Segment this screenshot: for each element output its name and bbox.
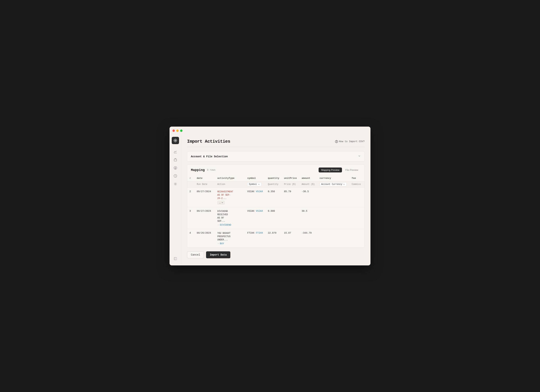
page-title: Import Activities <box>187 139 230 144</box>
help-link[interactable]: How to Import CSV? <box>335 140 365 143</box>
help-link-text: How to Import CSV? <box>339 140 365 143</box>
row4-quantity: 22.879 <box>266 229 282 248</box>
page-header: Import Activities How to Import CSV? <box>187 135 365 147</box>
col-header-fee: fee <box>350 175 365 181</box>
row4-fee <box>350 229 365 248</box>
account-file-section: Account & File Selection <box>187 151 365 161</box>
app-logo <box>172 137 179 144</box>
row-num-4: 4 <box>187 229 195 248</box>
mapping-title: Mapping <box>191 168 205 172</box>
sidebar-item-chart[interactable] <box>172 149 179 155</box>
svg-point-10 <box>175 184 176 184</box>
row2-activity-type: REINVESTMENTAS OF SEP-26-2... ... <box>215 188 245 207</box>
col-header-amount: amount <box>300 175 317 181</box>
table-row: 4 09/26/2024 YOU BOUGHTPROSPECTUSUNDER..… <box>187 229 365 248</box>
column-header-row: # date activityType symbol quantity unit… <box>187 175 365 181</box>
symbol-select[interactable]: Symbol <box>247 182 261 186</box>
row3-quantity: 0.000 <box>266 207 282 229</box>
row4-symbol-original: FTIHX <box>247 232 256 234</box>
preview-tabs: Mapping Preview File Preview <box>319 168 361 172</box>
row3-arrow: → <box>217 223 219 226</box>
account-currency-select[interactable]: Account Currency <box>320 182 346 186</box>
titlebar <box>170 127 370 135</box>
row4-date: 09/26/2024 <box>195 229 215 248</box>
row3-currency <box>317 207 350 229</box>
import-button[interactable]: Import Data <box>206 251 230 258</box>
table-row: 3 09/27/2024 DIVIDENDRECEIVEDAS OFSEP...… <box>187 207 365 229</box>
tab-mapping-preview[interactable]: Mapping Preview <box>319 168 342 172</box>
sidebar-item-money[interactable] <box>172 164 179 171</box>
row3-date: 09/27/2024 <box>195 207 215 229</box>
mapping-date: Run Date <box>195 181 215 188</box>
row4-mapped-type: BUY <box>220 242 224 245</box>
maximize-button[interactable] <box>180 129 182 132</box>
row4-arrow: → <box>217 242 219 245</box>
row3-fee <box>350 207 365 229</box>
row2-activity-ellipsis[interactable]: ... <box>217 201 225 204</box>
mapping-num <box>187 181 195 188</box>
tab-file-preview[interactable]: File Preview <box>343 168 361 172</box>
sidebar-item-portfolio[interactable] <box>172 157 179 163</box>
mapping-activity-type: Action <box>215 181 245 188</box>
svg-point-1 <box>175 140 176 141</box>
sidebar-item-history[interactable] <box>172 173 179 179</box>
row2-activity-type-text: REINVESTMENTAS OF SEP-26-2... <box>217 190 243 200</box>
row4-symbol-mapped: FTIHX <box>256 232 263 234</box>
row2-unit-price: 85.79 <box>282 188 300 207</box>
cancel-button[interactable]: Cancel <box>187 251 204 258</box>
account-file-header[interactable]: Account & File Selection <box>187 152 365 161</box>
col-header-symbol: symbol <box>245 175 266 181</box>
mapping-quantity: Quantity <box>266 181 282 188</box>
row4-activity-type: YOU BOUGHTPROSPECTUSUNDER... → BUY <box>215 229 245 248</box>
chevron-down-icon <box>358 154 361 158</box>
col-header-num: # <box>187 175 195 181</box>
close-button[interactable] <box>172 129 175 132</box>
col-header-date: date <box>195 175 215 181</box>
sidebar-item-settings[interactable] <box>172 181 179 187</box>
mapping-header: Mapping 3 rows Mapping Preview File Prev… <box>187 164 365 175</box>
row3-symbol-mapped: VSIAX <box>256 210 263 213</box>
row4-unit-price: 15.07 <box>282 229 300 248</box>
row3-mapped-type: DIVIDEND <box>220 223 231 226</box>
row3-activity-type: DIVIDENDRECEIVEDAS OFSEP... → DIVIDEND <box>215 207 245 229</box>
row3-activity-type-text: DIVIDENDRECEIVEDAS OFSEP... <box>217 210 243 223</box>
row3-symbol: VSIAX VSIAX <box>245 207 266 229</box>
minimize-button[interactable] <box>176 129 179 132</box>
col-header-currency: currency <box>317 175 350 181</box>
sidebar <box>170 135 181 264</box>
mapping-table-container: # date activityType symbol quantity unit… <box>187 175 365 248</box>
mapping-currency-cell: Account Currency <box>317 181 350 188</box>
app-window: Import Activities How to Import CSV? Acc… <box>170 127 370 265</box>
row4-amount: -344.79 <box>300 229 317 248</box>
row2-symbol: VSIAX VSIAX <box>245 188 266 207</box>
row2-fee <box>350 188 365 207</box>
column-mapping-row: Run Date Action Symbol <box>187 181 365 188</box>
mapping-table: # date activityType symbol quantity unit… <box>187 175 365 248</box>
window-controls <box>172 129 182 132</box>
row3-amount: 30.5 <box>300 207 317 229</box>
mapping-title-row: Mapping 3 rows <box>191 168 215 172</box>
col-header-quantity: quantity <box>266 175 282 181</box>
main-content: Import Activities How to Import CSV? Acc… <box>181 135 370 264</box>
rows-badge: 3 rows <box>207 169 215 171</box>
col-header-activity-type: activityType <box>215 175 245 181</box>
mapping-unit-price: Price ($) <box>282 181 300 188</box>
mapping-card: Mapping 3 rows Mapping Preview File Prev… <box>187 164 365 248</box>
footer-actions: Cancel Import Data <box>187 251 365 258</box>
row4-activity-type-text: YOU BOUGHTPROSPECTUSUNDER... <box>217 232 243 242</box>
row3-symbol-original: VSIAX <box>247 210 256 213</box>
mapping-fee: Commiss <box>350 181 365 188</box>
row2-symbol-mapped: VSIAX <box>256 190 263 193</box>
row2-date: 09/27/2024 <box>195 188 215 207</box>
symbol-select-label: Symbol <box>249 183 257 186</box>
row2-currency <box>317 188 350 207</box>
table-row: 2 09/27/2024 REINVESTMENTAS OF SEP-26-2.… <box>187 188 365 207</box>
row2-symbol-original: VSIAX <box>247 190 256 193</box>
row2-amount: -30.5 <box>300 188 317 207</box>
account-currency-label: Account Currency <box>321 183 342 186</box>
sidebar-collapse-button[interactable] <box>172 255 179 262</box>
row3-unit-price <box>282 207 300 229</box>
row-num-3: 3 <box>187 207 195 229</box>
svg-rect-7 <box>174 159 177 161</box>
row2-quantity: 0.356 <box>266 188 282 207</box>
